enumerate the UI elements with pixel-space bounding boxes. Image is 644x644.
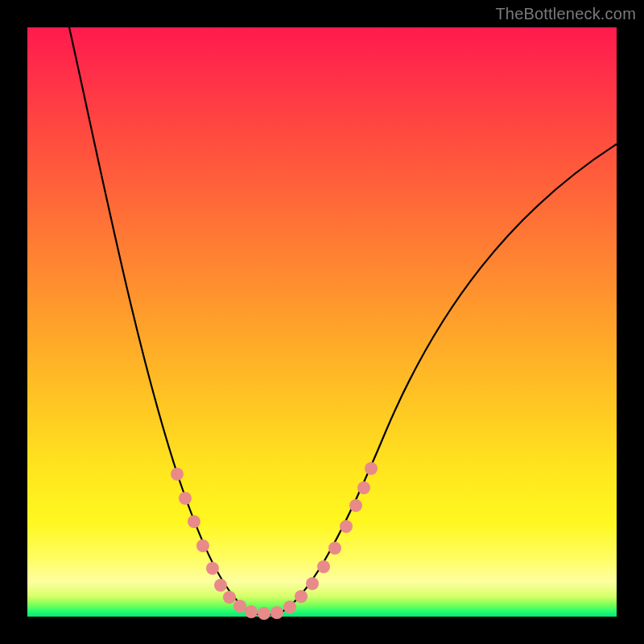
chart-svg — [27, 27, 617, 617]
curve-marker — [206, 562, 219, 575]
curve-marker — [357, 481, 370, 494]
curve-marker — [223, 591, 236, 604]
curve-marker — [340, 520, 353, 533]
curve-marker — [317, 560, 330, 573]
curve-marker — [349, 499, 362, 512]
curve-marker — [258, 607, 270, 620]
curve-marker — [188, 515, 200, 528]
watermark-text: TheBottleneck.com — [495, 5, 636, 23]
curve-marker — [306, 577, 319, 590]
curve-marker — [328, 542, 341, 555]
curve-marker — [365, 462, 378, 475]
plot-area — [27, 27, 617, 617]
curve-marker — [283, 601, 296, 613]
curve-marker — [295, 590, 308, 603]
curve-marker — [214, 579, 227, 592]
curve-marker — [196, 539, 209, 552]
curve-marker — [270, 606, 283, 619]
curve-marker — [233, 600, 246, 613]
marker-group — [171, 462, 378, 620]
chart-frame: TheBottleneck.com — [0, 0, 644, 644]
curve-marker — [245, 605, 258, 618]
curve-marker — [171, 468, 184, 481]
curve-marker — [179, 492, 192, 505]
